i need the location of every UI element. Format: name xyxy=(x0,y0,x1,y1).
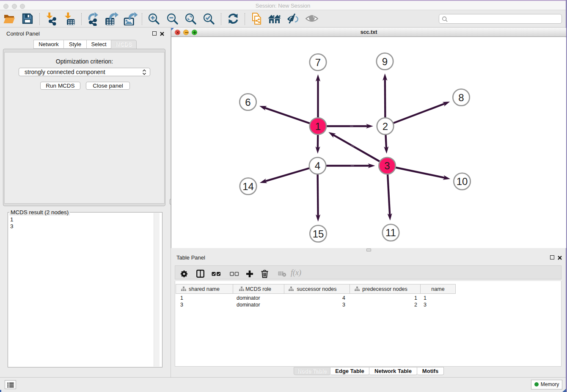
svg-text:4: 4 xyxy=(315,160,320,171)
svg-text:15: 15 xyxy=(313,228,324,240)
svg-text:10: 10 xyxy=(457,176,468,187)
svg-text:11: 11 xyxy=(385,227,396,238)
svg-text:3: 3 xyxy=(384,160,390,171)
svg-text:7: 7 xyxy=(315,57,321,68)
svg-text:8: 8 xyxy=(458,92,464,103)
svg-text:6: 6 xyxy=(245,97,250,108)
svg-text:14: 14 xyxy=(242,181,254,192)
svg-text:9: 9 xyxy=(382,56,388,67)
svg-text:2: 2 xyxy=(383,121,388,132)
svg-text:1: 1 xyxy=(315,121,321,132)
